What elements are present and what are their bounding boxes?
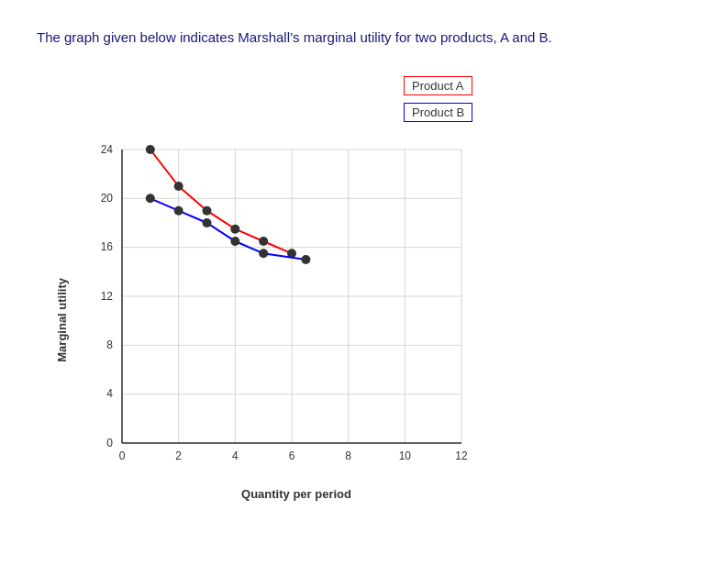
product-b-dot — [203, 218, 212, 227]
product-a-dot — [146, 145, 155, 154]
svg-text:2: 2 — [175, 449, 182, 462]
svg-text:0: 0 — [106, 437, 113, 449]
svg-text:8: 8 — [345, 449, 351, 462]
product-b-dot — [230, 237, 239, 246]
product-a-line — [150, 150, 292, 253]
svg-text:12: 12 — [101, 290, 114, 303]
product-a-dot — [174, 182, 183, 191]
legend-product-b: Product B — [404, 103, 472, 122]
svg-text:8: 8 — [106, 338, 113, 351]
product-b-dot — [259, 249, 268, 258]
svg-text:10: 10 — [399, 449, 412, 462]
chart-with-yaxis: Marginal utility — [55, 140, 471, 501]
page-description: The graph given below indicates Marshall… — [37, 28, 685, 49]
svg-text:24: 24 — [101, 143, 114, 156]
svg-text:4: 4 — [106, 387, 113, 400]
svg-text:4: 4 — [232, 449, 239, 462]
svg-text:16: 16 — [101, 240, 114, 253]
product-a-dot — [230, 224, 239, 233]
x-axis-label: Quantity per period — [122, 487, 471, 501]
y-axis-label: Marginal utility — [55, 278, 69, 362]
chart-container: 0 4 8 12 16 20 24 0 2 4 6 8 10 — [76, 140, 471, 501]
product-a-dot — [203, 205, 212, 215]
chart-area: Product A Product B Marginal utility — [55, 76, 685, 501]
legend-product-a: Product A — [404, 76, 472, 95]
product-a-dot — [259, 237, 268, 246]
product-b-dot — [301, 255, 310, 264]
product-b-dot — [174, 205, 183, 215]
svg-text:0: 0 — [119, 449, 126, 462]
product-b-dot — [146, 194, 155, 203]
svg-text:6: 6 — [289, 449, 295, 462]
chart-svg: 0 4 8 12 16 20 24 0 2 4 6 8 10 — [76, 140, 471, 480]
svg-text:12: 12 — [455, 449, 468, 462]
legend: Product A Product B — [404, 76, 472, 122]
svg-text:20: 20 — [101, 192, 114, 205]
